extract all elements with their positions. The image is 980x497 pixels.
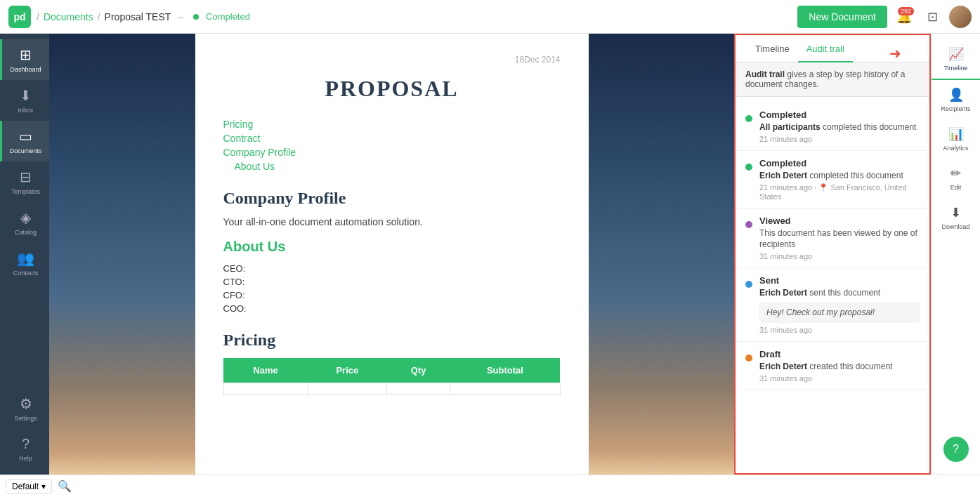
audit-panel: Timeline Audit trail ➜ Audit trail gives…	[734, 34, 931, 475]
right-label-analytics: Analytics	[943, 145, 968, 152]
col-price: Price	[308, 358, 386, 383]
help-icon: ?	[22, 436, 30, 452]
doc-toc: Pricing Contract Company Profile About U…	[223, 119, 561, 172]
right-item-recipients[interactable]: 👤 Recipients	[932, 80, 980, 119]
audit-status-5: Draft	[759, 349, 920, 359]
sidebar-label-documents: Documents	[10, 147, 42, 154]
audit-item-completed-erich: Completed Erich Detert completed this do…	[736, 151, 929, 208]
zoom-chevron-icon: ▾	[41, 482, 46, 491]
download-icon: ⬇	[950, 205, 961, 220]
avatar[interactable]	[949, 6, 972, 28]
sidebar-item-catalog[interactable]: ◈ Catalog	[0, 202, 49, 243]
pricing-table: Name Price Qty Subtotal	[223, 358, 561, 395]
status-dot	[193, 14, 199, 20]
sidebar-label-contacts: Contacts	[13, 270, 39, 277]
help-button[interactable]: ?	[943, 437, 969, 462]
toc-about-us[interactable]: About Us	[235, 161, 561, 172]
section-company-profile: Company Profile	[223, 189, 561, 208]
audit-desc-3: This document has been viewed by one of …	[759, 227, 920, 251]
toc-pricing[interactable]: Pricing	[223, 119, 561, 130]
col-name: Name	[223, 358, 308, 383]
field-cto: CTO:	[223, 277, 561, 287]
audit-desc-2: Erich Detert completed this document	[759, 170, 920, 182]
sidebar-item-templates[interactable]: ⊟ Templates	[0, 161, 49, 202]
field-cfo: CFO:	[223, 290, 561, 300]
app-logo: pd	[8, 6, 31, 28]
catalog-icon: ◈	[20, 209, 31, 226]
notification-bell[interactable]: 🔔 292	[893, 6, 915, 28]
audit-content: Completed All participants completed thi…	[736, 97, 929, 473]
table-row	[223, 383, 560, 395]
topbar: pd / Documents / Proposal TEST – Complet…	[0, 0, 980, 34]
audit-desc-4: Erich Detert sent this document	[759, 287, 920, 299]
audit-time-5: 31 minutes ago	[759, 374, 920, 383]
dot-viewed	[745, 221, 752, 228]
toc-contract[interactable]: Contract	[223, 133, 561, 144]
audit-status-2: Completed	[759, 158, 920, 168]
tab-audit-trail[interactable]: Audit trail	[798, 35, 853, 62]
doc-background: 18Dec 2014 PROPOSAL Pricing Contract Com…	[49, 34, 734, 475]
right-item-timeline[interactable]: 📈 Timeline	[932, 39, 980, 80]
field-ceo: CEO:	[223, 263, 561, 274]
main-layout: ⊞ Dashboard ⬇ Inbox ▭ Documents ⊟ Templa…	[0, 34, 980, 475]
sidebar-label-catalog: Catalog	[15, 229, 37, 236]
audit-time-3: 31 minutes ago	[759, 252, 920, 260]
audit-item-viewed: Viewed This document has been viewed by …	[736, 208, 929, 269]
bottom-bar: Default ▾ 🔍	[0, 475, 980, 497]
right-label-edit: Edit	[950, 184, 962, 191]
section-about-us: About Us	[223, 239, 561, 255]
right-item-analytics[interactable]: 📊 Analytics	[932, 119, 980, 159]
audit-status-1: Completed	[759, 110, 920, 120]
breadcrumb: / Documents / Proposal TEST – Completed	[37, 11, 250, 22]
analytics-icon: 📊	[948, 126, 964, 142]
toc-company-profile[interactable]: Company Profile	[223, 147, 561, 158]
dot-completed-2	[745, 164, 752, 171]
sidebar-label-help: Help	[19, 455, 32, 462]
zoom-label: Default	[12, 482, 39, 491]
audit-item-sent: Sent Erich Detert sent this document Hey…	[736, 268, 929, 342]
audit-info: Audit trail gives a step by step history…	[736, 62, 929, 97]
sidebar-item-inbox[interactable]: ⬇ Inbox	[0, 80, 49, 121]
sidebar-item-dashboard[interactable]: ⊞ Dashboard	[0, 39, 49, 80]
notification-count: 292	[898, 7, 914, 16]
audit-desc-5: Erich Detert created this document	[759, 361, 920, 373]
company-body-text: Your all-in-one document automation solu…	[223, 216, 561, 227]
section-pricing: Pricing	[223, 331, 561, 350]
audit-tabs: Timeline Audit trail ➜	[736, 35, 929, 62]
audit-desc-1: All participants completed this document	[759, 121, 920, 133]
breadcrumb-current: Proposal TEST	[105, 11, 171, 22]
zoom-icon: 🔍	[58, 479, 72, 493]
doc-title: PROPOSAL	[223, 76, 561, 102]
audit-item-completed-all: Completed All participants completed thi…	[736, 102, 929, 151]
audit-item-draft: Draft Erich Detert created this document…	[736, 342, 929, 390]
right-panel: 📈 Timeline 👤 Recipients 📊 Analytics ✏ Ed…	[931, 34, 980, 475]
doc-paper: 18Dec 2014 PROPOSAL Pricing Contract Com…	[195, 34, 589, 475]
status-badge: Completed	[206, 11, 250, 22]
right-item-download[interactable]: ⬇ Download	[932, 198, 980, 237]
sidebar-label-settings: Settings	[14, 415, 37, 422]
field-coo: COO:	[223, 303, 561, 314]
settings-icon: ⚙	[20, 395, 32, 412]
zoom-button[interactable]: Default ▾	[6, 479, 52, 493]
dashboard-icon: ⊞	[20, 46, 32, 63]
dot-draft	[745, 354, 752, 362]
sidebar-item-documents[interactable]: ▭ Documents	[0, 121, 49, 161]
new-document-button[interactable]: New Document	[797, 6, 887, 28]
audit-message-box: Hey! Check out my proposal!	[759, 302, 920, 323]
sidebar-item-help[interactable]: ? Help	[0, 429, 49, 469]
share-icon[interactable]: ⊡	[921, 6, 943, 28]
sidebar-item-settings[interactable]: ⚙ Settings	[0, 388, 49, 429]
edit-icon: ✏	[950, 166, 961, 181]
templates-icon: ⊟	[20, 168, 32, 185]
right-item-edit[interactable]: ✏ Edit	[932, 159, 980, 198]
sidebar-label-dashboard: Dashboard	[10, 66, 41, 73]
breadcrumb-documents[interactable]: Documents	[44, 11, 93, 22]
tab-timeline[interactable]: Timeline	[747, 35, 798, 62]
timeline-icon: 📈	[948, 46, 964, 62]
right-label-download: Download	[941, 223, 969, 230]
audit-info-bold: Audit trail	[745, 69, 785, 79]
col-subtotal: Subtotal	[450, 358, 560, 383]
document-area: 18Dec 2014 PROPOSAL Pricing Contract Com…	[49, 34, 931, 475]
recipients-icon: 👤	[948, 87, 964, 102]
sidebar-item-contacts[interactable]: 👥 Contacts	[0, 243, 49, 284]
